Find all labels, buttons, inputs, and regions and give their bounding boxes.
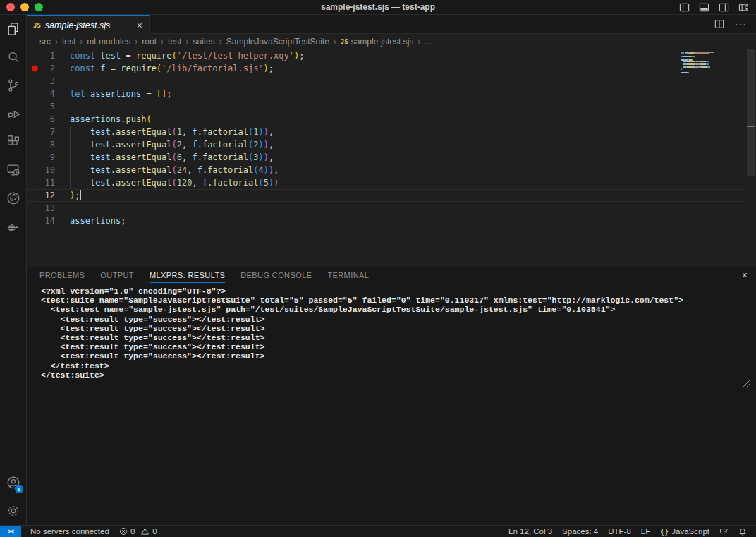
line-number-gutter[interactable]: 5 [27, 102, 70, 111]
code-line[interactable]: 9 test.assertEqual(6, f.factorial(3)), [27, 151, 756, 164]
breadcrumb-item[interactable]: src [39, 37, 51, 47]
indentation-status[interactable]: Spaces: 4 [557, 526, 603, 537]
line-number: 7 [50, 127, 55, 137]
tab-label: sample-jstest.sjs [45, 20, 110, 30]
editor-scrollbar[interactable] [746, 49, 756, 267]
extensions-icon[interactable] [0, 128, 27, 156]
panel-tab-output[interactable]: OUTPUT [100, 267, 134, 283]
code-line[interactable]: 13 [27, 202, 756, 215]
github-icon[interactable] [0, 184, 27, 212]
editor-group: JS sample-jstest.sjs × ··· src›test›ml-m… [27, 15, 756, 525]
zoom-window-button[interactable] [35, 3, 43, 11]
encoding-status[interactable]: UTF-8 [603, 526, 636, 537]
split-editor-icon[interactable] [714, 19, 724, 29]
panel-tab-problems[interactable]: PROBLEMS [39, 267, 85, 283]
code-line[interactable]: 14assertions; [27, 215, 756, 227]
cursor-position-status[interactable]: Ln 12, Col 3 [504, 526, 557, 537]
code-line[interactable]: 1const test = require('/test/test-helper… [27, 49, 756, 62]
code-line[interactable]: 2const f = require('/lib/factorial.sjs')… [27, 62, 756, 75]
feedback-icon [719, 527, 728, 536]
settings-gear-icon[interactable] [0, 497, 27, 525]
tab-sample-jstest[interactable]: JS sample-jstest.sjs × [27, 15, 150, 34]
panel-close-icon[interactable]: × [742, 270, 748, 281]
output-line: </test:test> [41, 361, 742, 370]
breadcrumb-item[interactable]: SampleJavaScriptTestSuite [226, 37, 329, 47]
toggle-panel-icon[interactable] [699, 2, 709, 13]
toggle-secondary-sidebar-icon[interactable] [719, 2, 729, 13]
explorer-icon[interactable] [0, 15, 27, 43]
line-number-gutter[interactable]: 6 [27, 114, 70, 124]
code-line[interactable]: 7 test.assertEqual(1, f.factorial(1)), [27, 126, 756, 138]
line-number-gutter[interactable]: 4 [27, 89, 70, 99]
panel-tab-debug-console[interactable]: DEBUG CONSOLE [240, 267, 312, 283]
breadcrumb-item[interactable]: test [168, 37, 181, 47]
breadcrumb-item[interactable]: test [62, 37, 75, 47]
breadcrumb-separator: › [55, 37, 58, 47]
code-line[interactable]: 11 test.assertEqual(120, f.factorial(5)) [27, 176, 756, 189]
resize-grip-icon[interactable] [743, 379, 751, 387]
warning-icon [140, 527, 150, 536]
breadcrumb-file-item[interactable]: JSsample-jstest.sjs [341, 37, 414, 47]
line-number: 6 [50, 114, 55, 124]
docker-icon[interactable] [0, 212, 27, 241]
breadcrumb: src›test›ml-modules›root›test›suites›Sam… [27, 34, 756, 49]
line-number-gutter[interactable]: 13 [27, 203, 70, 213]
line-number-gutter[interactable]: 2 [27, 64, 70, 73]
toggle-primary-sidebar-icon[interactable] [679, 2, 690, 13]
code-line[interactable]: 12); [27, 189, 756, 202]
code-line[interactable]: 5 [27, 100, 756, 113]
line-number-gutter[interactable]: 10 [27, 165, 70, 175]
search-icon[interactable] [0, 43, 27, 71]
server-status[interactable]: No servers connected [25, 526, 114, 537]
source-control-icon[interactable] [0, 71, 27, 99]
remote-indicator[interactable]: >< [0, 526, 21, 537]
feedback-status[interactable] [714, 526, 733, 537]
code-line[interactable]: 10 test.assertEqual(24, f.factorial(4)), [27, 164, 756, 176]
tab-close-icon[interactable]: × [137, 20, 142, 30]
code-editor[interactable]: 1const test = require('/test/test-helper… [27, 49, 756, 267]
minimap[interactable] [681, 52, 716, 73]
line-number: 10 [45, 165, 55, 175]
line-number-gutter[interactable]: 12 [27, 191, 70, 200]
minimize-window-button[interactable] [20, 3, 29, 11]
breadcrumb-item[interactable]: suites [193, 37, 214, 47]
code-line[interactable]: 4let assertions = []; [27, 88, 756, 100]
text-cursor [80, 190, 81, 200]
line-number-gutter[interactable]: 8 [27, 140, 70, 150]
line-number-gutter[interactable]: 1 [27, 51, 70, 61]
breadcrumb-item[interactable]: root [142, 37, 157, 47]
more-actions-icon[interactable]: ··· [735, 18, 747, 30]
code-line[interactable]: 8 test.assertEqual(2, f.factorial(2)), [27, 138, 756, 151]
eol-status[interactable]: LF [636, 526, 655, 537]
line-number-gutter[interactable]: 14 [27, 216, 70, 226]
accounts-icon[interactable]: 1 [0, 469, 27, 497]
scrollbar-slider[interactable] [747, 49, 755, 176]
customize-layout-icon[interactable] [738, 2, 749, 13]
breadcrumb-separator: › [135, 37, 138, 47]
line-number: 11 [45, 178, 55, 188]
breadcrumb-file-label: sample-jstest.sjs [351, 37, 414, 47]
panel-tab-mlxprs-results[interactable]: MLXPRS: RESULTS [150, 267, 225, 283]
line-number-gutter[interactable]: 9 [27, 152, 70, 162]
remote-explorer-icon[interactable] [0, 156, 27, 184]
language-mode-status[interactable]: {} JavaScript [655, 526, 714, 537]
code-text: test.assertEqual(1, f.factorial(1)), [70, 126, 274, 138]
notifications-status[interactable] [733, 526, 752, 537]
breadcrumb-overflow[interactable]: ... [425, 37, 432, 47]
panel-tab-terminal[interactable]: TERMINAL [327, 267, 369, 283]
code-line[interactable]: 3 [27, 75, 756, 88]
breakpoint-dot[interactable] [32, 66, 38, 72]
overview-ruler-mark [747, 126, 755, 127]
line-number: 3 [50, 76, 55, 86]
bottom-panel: PROBLEMSOUTPUTMLXPRS: RESULTSDEBUG CONSO… [27, 267, 756, 525]
problems-status[interactable]: 0 0 [114, 526, 162, 537]
line-number-gutter[interactable]: 11 [27, 178, 70, 188]
activity-bar: 1 [0, 15, 27, 525]
test-results-output: <?xml version="1.0" encoding="UTF-8"?><t… [41, 286, 742, 380]
code-line[interactable]: 6assertions.push( [27, 113, 756, 126]
run-and-debug-icon[interactable] [0, 99, 27, 128]
close-window-button[interactable] [6, 3, 15, 11]
line-number-gutter[interactable]: 3 [27, 76, 70, 86]
breadcrumb-item[interactable]: ml-modules [87, 37, 130, 47]
line-number-gutter[interactable]: 7 [27, 127, 70, 137]
